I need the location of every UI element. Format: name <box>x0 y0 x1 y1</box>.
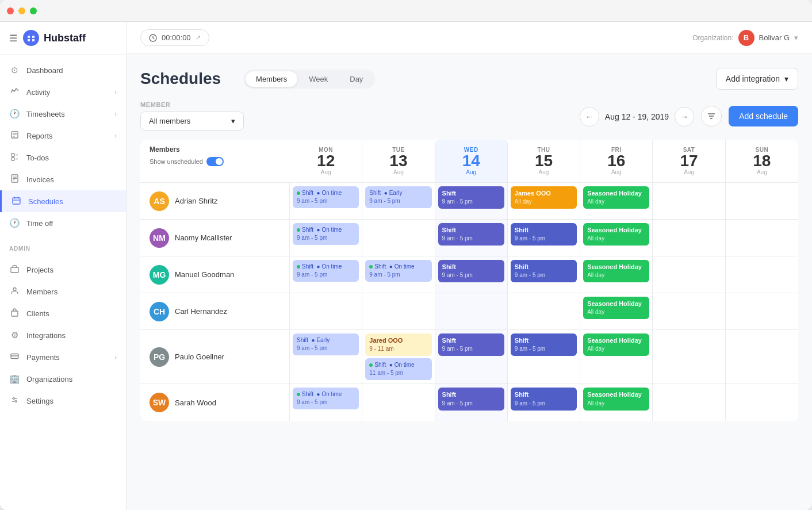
maximize-button[interactable] <box>30 7 37 14</box>
day-cell[interactable]: Shift ● On time 9 am - 5 pm <box>290 384 362 421</box>
sidebar-item-clients[interactable]: Clients <box>0 302 126 324</box>
shift-card[interactable]: Shift 9 am - 5 pm <box>438 333 504 356</box>
day-cell[interactable]: Shift 9 am - 5 pm <box>508 220 580 256</box>
shift-card[interactable]: Shift ● On time 9 am - 5 pm <box>293 186 359 208</box>
day-cell[interactable]: Seasoned Holiday All day <box>580 256 653 293</box>
hamburger-icon[interactable]: ☰ <box>9 33 17 44</box>
day-cell[interactable]: Shift ● On time 9 am - 5 pm <box>290 256 362 293</box>
sidebar-item-todos[interactable]: To-dos <box>0 147 126 168</box>
shift-card[interactable]: James OOO All day <box>511 186 577 209</box>
close-button[interactable] <box>7 7 14 14</box>
day-cell[interactable]: Seasoned Holiday All day <box>580 293 653 329</box>
day-cell[interactable] <box>653 293 725 329</box>
sidebar-item-organizations[interactable]: 🏢 Organizations <box>0 368 126 390</box>
shift-card[interactable]: Shift ● Early 9 am - 5 pm <box>365 186 431 208</box>
tab-week[interactable]: Week <box>298 71 338 87</box>
tab-day[interactable]: Day <box>339 71 373 87</box>
shift-card[interactable]: Jared OOO 9 - 11 am <box>365 333 431 356</box>
day-cell[interactable] <box>653 256 725 293</box>
day-cell[interactable]: Shift 9 am - 5 pm <box>435 330 508 384</box>
day-cell[interactable]: Shift 9 am - 5 pm <box>435 183 508 219</box>
add-schedule-button[interactable]: Add schedule <box>729 106 798 126</box>
sidebar-item-payments[interactable]: Payments › <box>0 346 126 368</box>
sidebar-item-projects[interactable]: Projects <box>0 259 126 281</box>
sidebar-item-activity[interactable]: Activity › <box>0 81 126 103</box>
shift-card[interactable]: Shift 9 am - 5 pm <box>438 388 504 410</box>
day-cell[interactable] <box>726 220 798 256</box>
day-cell[interactable] <box>726 256 798 293</box>
shift-card[interactable]: Shift 9 am - 5 pm <box>511 333 577 356</box>
shift-card[interactable]: Seasoned Holiday All day <box>583 297 649 319</box>
shift-card[interactable]: Shift ● Early 9 am - 5 pm <box>293 333 359 355</box>
day-cell[interactable]: Shift 9 am - 5 pm <box>508 256 580 293</box>
sidebar-item-timeoff[interactable]: 🕐 Time off <box>0 212 126 234</box>
shift-card[interactable]: Seasoned Holiday All day <box>583 223 649 246</box>
shift-card[interactable]: Shift ● On time 9 am - 5 pm <box>293 388 359 409</box>
shift-card[interactable]: Seasoned Holiday All day <box>583 333 649 356</box>
sidebar-item-settings[interactable]: Settings <box>0 390 126 412</box>
sidebar-item-reports[interactable]: Reports › <box>0 125 126 147</box>
add-integration-button[interactable]: Add integration ▾ <box>716 68 798 90</box>
day-cell[interactable]: James OOO All day <box>508 183 580 219</box>
day-cell[interactable]: Shift 9 am - 5 pm <box>435 384 508 421</box>
timer-widget[interactable]: 00:00:00 ↗ <box>140 29 209 46</box>
shift-card[interactable]: Shift 9 am - 5 pm <box>438 260 504 282</box>
member-filter-dropdown[interactable]: All members ▾ <box>140 112 244 131</box>
day-cell[interactable] <box>726 384 798 421</box>
day-cell[interactable] <box>653 183 725 219</box>
day-cell[interactable]: Shift ● On time 9 am - 5 pm <box>290 220 362 256</box>
shift-card[interactable]: Shift ● On time 9 am - 5 pm <box>293 260 359 282</box>
shift-card[interactable]: Shift 9 am - 5 pm <box>438 186 504 209</box>
shift-card[interactable]: Shift ● On time 11 am - 5 pm <box>365 358 431 380</box>
tab-members[interactable]: Members <box>246 71 297 87</box>
shift-card[interactable]: Shift 9 am - 5 pm <box>511 388 577 410</box>
shift-card[interactable]: Seasoned Holiday All day <box>583 260 649 282</box>
minimize-button[interactable] <box>18 7 25 14</box>
day-cell[interactable] <box>362 293 435 329</box>
day-cell[interactable] <box>726 293 798 329</box>
shift-card[interactable]: Shift 9 am - 5 pm <box>438 223 504 246</box>
day-cell[interactable] <box>435 293 508 329</box>
day-cell[interactable] <box>653 220 725 256</box>
org-dropdown-icon[interactable]: ▾ <box>794 33 798 42</box>
shift-card[interactable]: Shift ● On time 9 am - 5 pm <box>293 223 359 245</box>
day-cell[interactable]: Shift 9 am - 5 pm <box>435 220 508 256</box>
day-cell[interactable] <box>362 220 435 256</box>
unscheduled-toggle[interactable] <box>206 157 224 166</box>
filter-button[interactable] <box>701 106 722 126</box>
shift-card[interactable]: Seasoned Holiday All day <box>583 186 649 209</box>
day-cell[interactable]: Seasoned Holiday All day <box>580 330 653 384</box>
day-cell[interactable]: Shift ● On time 9 am - 5 pm <box>290 183 362 219</box>
day-cell[interactable] <box>653 330 725 384</box>
show-unscheduled[interactable]: Show unscheduled <box>150 157 281 166</box>
sidebar-item-schedules[interactable]: Schedules <box>0 190 126 212</box>
day-cell[interactable] <box>653 384 725 421</box>
sidebar-item-members[interactable]: Members <box>0 281 126 302</box>
day-cell[interactable]: Seasoned Holiday All day <box>580 183 653 219</box>
day-cell[interactable] <box>726 183 798 219</box>
day-cell[interactable]: Seasoned Holiday All day <box>580 220 653 256</box>
sidebar-item-invoices[interactable]: Invoices <box>0 168 126 190</box>
day-cell[interactable] <box>508 293 580 329</box>
prev-week-button[interactable]: ← <box>580 107 599 126</box>
day-cell[interactable]: Shift ● Early 9 am - 5 pm <box>290 330 362 384</box>
day-cell[interactable] <box>362 384 435 421</box>
day-cell[interactable] <box>726 330 798 384</box>
day-cell[interactable]: Shift 9 am - 5 pm <box>508 330 580 384</box>
day-cell[interactable] <box>290 293 362 329</box>
day-cell[interactable]: Shift 9 am - 5 pm <box>508 384 580 421</box>
sidebar-item-timesheets[interactable]: 🕐 Timesheets › <box>0 103 126 125</box>
day-cell[interactable]: Shift ● Early 9 am - 5 pm <box>362 183 435 219</box>
day-cell[interactable]: Seasoned Holiday All day <box>580 384 653 421</box>
day-cell[interactable]: Shift 9 am - 5 pm <box>435 256 508 293</box>
shift-card[interactable]: Shift 9 am - 5 pm <box>511 260 577 282</box>
day-cell[interactable]: Jared OOO 9 - 11 am Shift ● On time 11 a… <box>362 330 435 384</box>
sidebar-item-dashboard[interactable]: ⊙ Dashboard <box>0 59 126 81</box>
day-cell[interactable]: Shift ● On time 9 am - 5 pm <box>362 256 435 293</box>
shift-card[interactable]: Shift 9 am - 5 pm <box>511 223 577 246</box>
shift-card[interactable]: Seasoned Holiday All day <box>583 388 649 410</box>
next-week-button[interactable]: → <box>675 107 694 126</box>
shift-card[interactable]: Shift ● On time 9 am - 5 pm <box>365 260 431 282</box>
sidebar-item-integrations[interactable]: ⚙ Integrations <box>0 324 126 346</box>
member-cell-carl: CH Carl Hernandez <box>140 293 290 329</box>
